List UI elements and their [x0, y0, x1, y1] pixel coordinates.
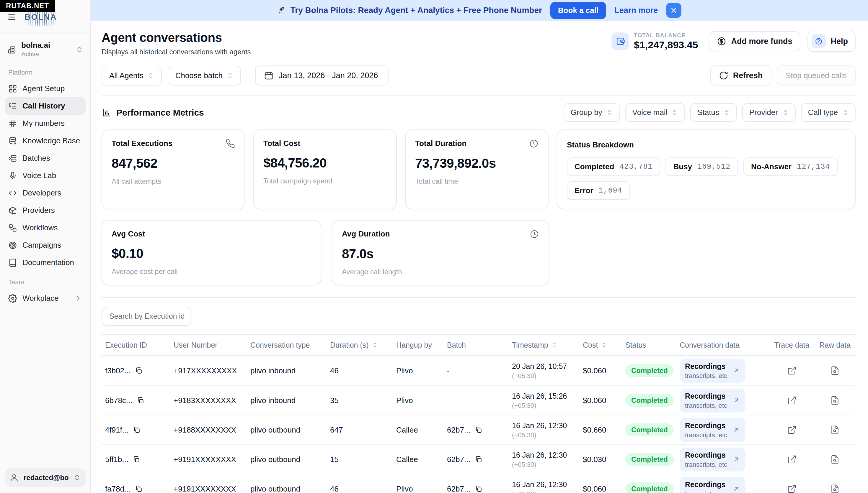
arrow-up-right-icon	[732, 367, 740, 374]
chevrons-up-down-icon	[148, 72, 154, 79]
copy-execution-id-button[interactable]	[135, 485, 143, 493]
card-sub: Average cost per call	[112, 267, 311, 276]
wallet-icon	[611, 33, 629, 50]
total-executions-card: Total Executions 847,562 All call attemp…	[102, 129, 245, 209]
batch-id: 62b7...	[447, 426, 471, 435]
banner-close-button[interactable]	[666, 3, 681, 18]
copy-execution-id-button[interactable]	[135, 367, 143, 374]
cost: $0.030	[583, 455, 625, 464]
org-switcher[interactable]: bolna.ai Active	[5, 37, 86, 62]
sidebar-item-label: Documentation	[22, 258, 74, 267]
status-breakdown-card: Status Breakdown Completed 423,781 Busy …	[557, 129, 855, 209]
sidebar-item-workflows[interactable]: Workflows	[5, 219, 86, 236]
recordings-link[interactable]: Recordingstranscripts, etc	[680, 448, 745, 471]
hamburger-menu-icon[interactable]	[7, 13, 17, 22]
raw-data-button[interactable]	[830, 425, 840, 435]
user-icon	[9, 473, 19, 483]
recordings-link[interactable]: Recordingstranscripts, etc	[680, 477, 745, 493]
learn-more-link[interactable]: Learn more	[614, 6, 658, 15]
refresh-button[interactable]: Refresh	[710, 65, 772, 86]
sidebar-item-voice-lab[interactable]: Voice Lab	[5, 167, 86, 184]
status-badge: Completed	[625, 423, 674, 436]
sidebar-item-knowledge-base[interactable]: Knowledge Base	[5, 132, 86, 150]
raw-data-button[interactable]	[830, 396, 840, 405]
trace-data-button[interactable]	[787, 396, 796, 405]
recordings-link[interactable]: Recordingstranscripts, etc	[680, 359, 745, 383]
search-input[interactable]	[102, 307, 191, 326]
promo-text-wrap: Try Bolna Pilots: Ready Agent + Analytic…	[278, 6, 542, 15]
avg-cost-card: Avg Cost $0.10 Average cost per call	[102, 220, 321, 285]
raw-data-button[interactable]	[830, 455, 840, 464]
copy-icon	[135, 367, 143, 374]
col-conversation-type: Conversation type	[250, 341, 330, 349]
user-account-switcher[interactable]: redacted@bol...	[5, 468, 86, 487]
book-a-call-button[interactable]: Book a call	[550, 2, 606, 19]
card-value: 87.0s	[342, 246, 539, 261]
provider-dropdown[interactable]: Provider	[742, 103, 796, 122]
add-more-funds-button[interactable]: Add more funds	[709, 31, 801, 51]
conversation-type: plivo outbound	[250, 485, 330, 493]
gear-icon	[8, 294, 17, 303]
status-badge: Completed	[625, 394, 674, 407]
layout-grid-icon	[8, 84, 17, 93]
chevron-right-icon	[75, 295, 82, 302]
card-label: Total Executions	[112, 139, 173, 148]
col-cost-sortable[interactable]: Cost	[583, 341, 625, 349]
status-dropdown[interactable]: Status	[690, 103, 737, 122]
raw-data-button[interactable]	[830, 484, 840, 493]
table-row: 4f91f... +9188XXXXXXXX plivo outbound 64…	[102, 415, 855, 444]
file-search-icon	[830, 455, 840, 464]
table-header-row: Execution ID User Number Conversation ty…	[102, 334, 855, 356]
raw-data-button[interactable]	[830, 366, 840, 376]
trace-data-button[interactable]	[787, 366, 796, 376]
voice-mail-dropdown[interactable]: Voice mail	[625, 103, 685, 122]
agents-filter-dropdown[interactable]: All Agents	[102, 66, 162, 86]
sidebar-item-developers[interactable]: Developers	[5, 184, 86, 202]
arrow-up-right-icon	[732, 426, 740, 434]
group-by-dropdown[interactable]: Group by	[564, 103, 620, 122]
status-pill-label: No-Answer	[751, 162, 791, 171]
sidebar-item-agent-setup[interactable]: Agent Setup	[5, 80, 86, 97]
recordings-link[interactable]: Recordingstranscripts, etc	[680, 389, 745, 412]
date-range-picker[interactable]: Jan 13, 2026 - Jan 20, 2026	[255, 65, 388, 86]
trace-data-button[interactable]	[787, 484, 796, 493]
col-duration-sortable[interactable]: Duration (s)	[330, 341, 396, 349]
sidebar-item-batches[interactable]: Batches	[5, 150, 86, 167]
trace-data-button[interactable]	[787, 455, 796, 464]
recordings-link[interactable]: Recordingstranscripts, etc	[680, 418, 745, 442]
batches-icon	[8, 154, 17, 163]
status-pill-completed: Completed 423,781	[567, 157, 660, 176]
col-timestamp-sortable[interactable]: Timestamp	[512, 341, 583, 349]
card-value: $84,756.20	[263, 156, 387, 170]
copy-execution-id-button[interactable]	[133, 455, 140, 463]
sidebar-item-campaigns[interactable]: Campaigns	[5, 236, 86, 254]
batch-filter-dropdown[interactable]: Choose batch	[168, 66, 241, 86]
copy-batch-id-button[interactable]	[475, 426, 482, 434]
copy-batch-id-button[interactable]	[475, 455, 482, 463]
table-row: 5ff1b... +9191XXXXXXXX plivo outbound 15…	[102, 444, 855, 474]
sidebar-item-my-numbers[interactable]: My numbers	[5, 115, 86, 132]
trace-data-button[interactable]	[787, 425, 796, 435]
clock-icon	[530, 229, 539, 239]
arrow-up-right-icon	[732, 485, 740, 493]
sidebar-item-call-history[interactable]: Call History	[5, 97, 86, 115]
file-search-icon	[830, 425, 840, 435]
sidebar-item-documentation[interactable]: Documentation	[5, 254, 86, 271]
call-type-dropdown[interactable]: Call type	[801, 103, 855, 122]
status-pill-error: Error 1,694	[567, 181, 630, 200]
balance-amount: $1,247,893.45	[634, 39, 698, 51]
status-pill-label: Busy	[673, 162, 692, 171]
timestamp: 16 Jan 26, 15:26(+05:30)	[512, 391, 583, 410]
card-value: $0.10	[112, 246, 311, 261]
help-button[interactable]: Help	[807, 31, 855, 52]
sidebar-item-providers[interactable]: Providers	[5, 202, 86, 219]
stop-queued-calls-button[interactable]: Stop queued calls	[777, 65, 855, 86]
timestamp: 16 Jan 26, 12:30(+05:30)	[512, 480, 583, 493]
copy-batch-id-button[interactable]	[475, 485, 482, 493]
sidebar-item-workplace[interactable]: Workplace	[5, 290, 86, 307]
conversations-table: Execution ID User Number Conversation ty…	[102, 334, 855, 493]
copy-execution-id-button[interactable]	[137, 396, 144, 404]
clock-icon	[529, 139, 539, 148]
copy-execution-id-button[interactable]	[133, 426, 141, 434]
status-pill-value: 169,512	[698, 163, 730, 171]
